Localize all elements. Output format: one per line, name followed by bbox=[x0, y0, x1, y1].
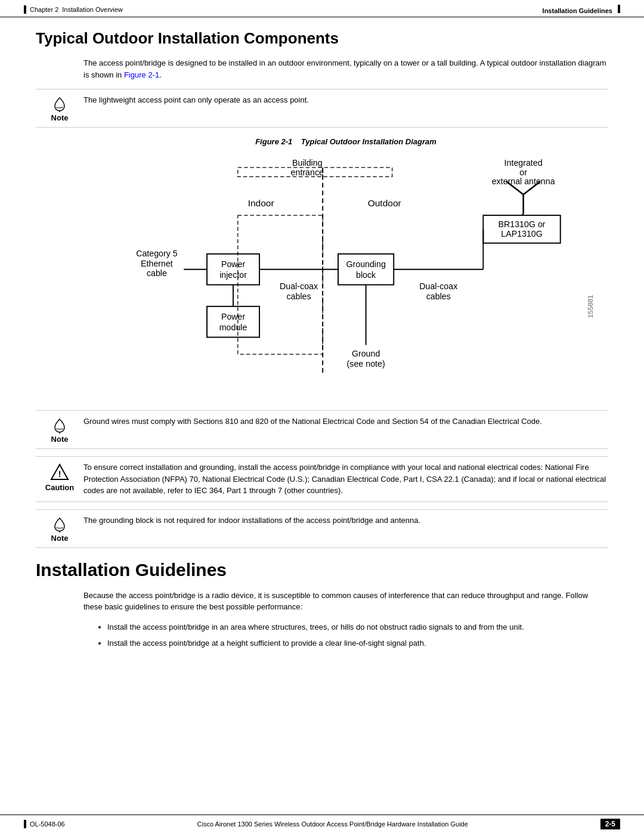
note1-icon-area: Note bbox=[36, 94, 83, 122]
footer-center: Cisco Aironet 1300 Series Wireless Outdo… bbox=[65, 820, 600, 828]
header-bar-icon bbox=[24, 5, 26, 14]
svg-text:(see note): (see note) bbox=[347, 359, 385, 368]
note3-block: Note The grounding block is not required… bbox=[36, 509, 608, 548]
section1-body: The access point/bridge is designed to b… bbox=[83, 57, 608, 80]
svg-text:cables: cables bbox=[426, 292, 451, 301]
main-content: Typical Outdoor Installation Components … bbox=[0, 17, 644, 666]
svg-text:block: block bbox=[356, 270, 376, 280]
svg-text:Ground: Ground bbox=[352, 349, 380, 358]
caution-block: ! Caution To ensure correct installation… bbox=[36, 456, 608, 502]
bullet-list: Install the access point/bridge in an ar… bbox=[95, 621, 608, 649]
note2-block: Note Ground wires must comply with Secti… bbox=[36, 410, 608, 449]
footer-title: Cisco Aironet 1300 Series Wireless Outdo… bbox=[197, 820, 468, 828]
svg-text:Power: Power bbox=[221, 312, 246, 321]
svg-text:Dual-coax: Dual-coax bbox=[280, 281, 318, 291]
svg-text:BR1310G or: BR1310G or bbox=[499, 219, 546, 229]
svg-text:Dual-coax: Dual-coax bbox=[419, 281, 457, 291]
svg-text:Ethernet: Ethernet bbox=[141, 259, 173, 268]
note2-text: Ground wires must comply with Sections 8… bbox=[83, 416, 608, 428]
page-header: Chapter 2 Installation Overview Installa… bbox=[0, 0, 644, 17]
svg-text:Indoor: Indoor bbox=[248, 198, 274, 208]
svg-text:LAP1310G: LAP1310G bbox=[501, 229, 543, 239]
figure-area: Figure 2-1 Typical Outdoor Installation … bbox=[83, 137, 608, 401]
header-bar-right-icon bbox=[618, 5, 620, 13]
pen-icon-2 bbox=[50, 417, 69, 433]
note2-icon-area: Note bbox=[36, 416, 83, 444]
figure-number: Figure 2-1 bbox=[255, 137, 292, 146]
bullet-item-1: Install the access point/bridge in an ar… bbox=[107, 621, 608, 633]
svg-text:!: ! bbox=[58, 469, 61, 479]
caution-icon-area: ! Caution bbox=[36, 462, 83, 492]
footer-left: OL-5048-06 bbox=[24, 820, 65, 828]
pen-icon bbox=[50, 95, 69, 112]
svg-text:Building: Building bbox=[292, 158, 323, 168]
header-right-label: Installation Guidelines bbox=[543, 7, 612, 14]
svg-text:Category 5: Category 5 bbox=[136, 249, 178, 258]
footer-doc-number: OL-5048-06 bbox=[30, 820, 65, 828]
footer-page-number: 2-5 bbox=[600, 819, 620, 829]
bullet-item-2: Install the access point/bridge at a hei… bbox=[107, 637, 608, 649]
caution-triangle-icon: ! bbox=[50, 463, 69, 482]
svg-text:Integrated: Integrated bbox=[504, 158, 543, 168]
svg-rect-35 bbox=[207, 306, 259, 337]
svg-text:cables: cables bbox=[287, 292, 311, 301]
svg-rect-26 bbox=[338, 254, 394, 285]
svg-text:Grounding: Grounding bbox=[346, 259, 385, 269]
svg-text:Outdoor: Outdoor bbox=[368, 198, 401, 208]
page-footer: OL-5048-06 Cisco Aironet 1300 Series Wir… bbox=[0, 815, 644, 833]
chapter-title: Installation Overview bbox=[62, 6, 123, 13]
note1-label: Note bbox=[51, 113, 69, 122]
note3-label: Note bbox=[51, 534, 69, 543]
footer-bar-left-icon bbox=[24, 820, 26, 828]
section2-body: Because the access point/bridge is a rad… bbox=[83, 590, 608, 613]
svg-text:or: or bbox=[519, 168, 527, 177]
svg-text:155881: 155881 bbox=[586, 295, 594, 318]
svg-text:module: module bbox=[219, 323, 247, 332]
svg-text:injector: injector bbox=[219, 270, 247, 280]
section2-title: Installation Guidelines bbox=[36, 560, 608, 580]
figure-caption: Figure 2-1 Typical Outdoor Installation … bbox=[83, 137, 608, 146]
header-right: Installation Guidelines bbox=[543, 5, 620, 14]
header-left: Chapter 2 Installation Overview bbox=[24, 5, 123, 14]
note3-text: The grounding block is not required for … bbox=[83, 515, 608, 527]
svg-text:external antenna: external antenna bbox=[492, 176, 555, 186]
pen-icon-3 bbox=[50, 516, 69, 532]
chapter-label: Chapter 2 bbox=[30, 6, 58, 13]
note1-block: Note The lightweight access point can on… bbox=[36, 89, 608, 128]
svg-text:entrance: entrance bbox=[291, 168, 324, 177]
note2-label: Note bbox=[51, 435, 69, 444]
svg-text:Power: Power bbox=[221, 259, 246, 269]
installation-diagram: Building entrance Indoor Outdoor Integra… bbox=[83, 152, 608, 399]
figure-title: Typical Outdoor Installation Diagram bbox=[301, 137, 436, 146]
note3-icon-area: Note bbox=[36, 515, 83, 543]
note1-text: The lightweight access point can only op… bbox=[83, 94, 608, 106]
svg-rect-20 bbox=[207, 254, 259, 285]
svg-text:cable: cable bbox=[147, 268, 167, 278]
figure-link[interactable]: Figure 2-1 bbox=[124, 70, 159, 79]
caution-label: Caution bbox=[45, 483, 74, 492]
caution-text: To ensure correct installation and groun… bbox=[83, 462, 608, 497]
section1-title: Typical Outdoor Installation Components bbox=[36, 29, 608, 48]
